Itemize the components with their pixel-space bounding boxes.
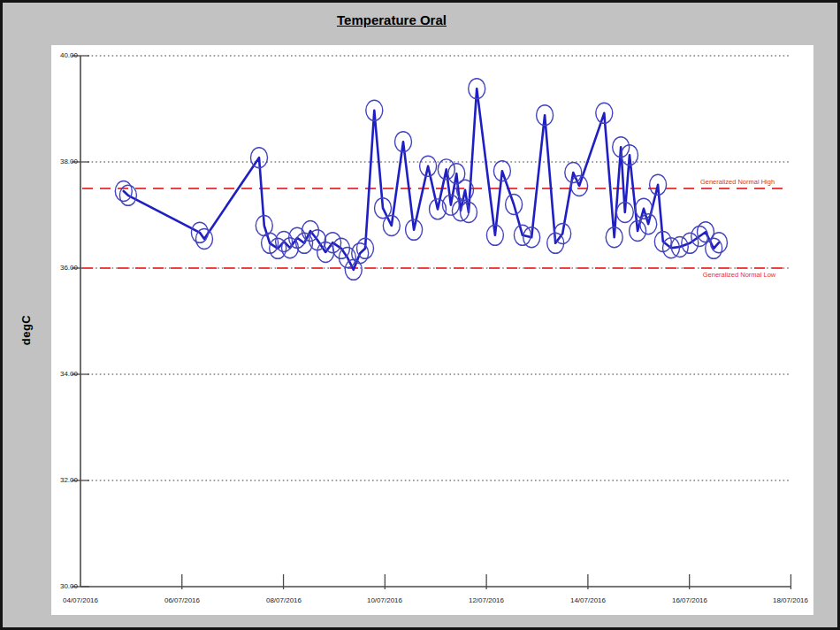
y-tick-label: 38.00 xyxy=(42,158,78,166)
x-tick-label: 14/07/2016 xyxy=(556,596,620,605)
x-tick-label: 10/07/2016 xyxy=(353,596,416,605)
data-polyline xyxy=(124,88,719,270)
y-tick-label: 32.00 xyxy=(42,476,78,485)
y-tick-label: 40.00 xyxy=(42,51,78,60)
chart-window: Temperature Oral degC 40.00 38.00 36.00 … xyxy=(0,0,840,630)
normal-high-label: Generalized Normal High xyxy=(698,178,777,186)
normal-low-label: Generalized Normal Low xyxy=(699,271,779,279)
x-tick-label: 12/07/2016 xyxy=(454,596,518,605)
y-tick-label: 34.00 xyxy=(42,370,78,379)
x-tick-label: 18/07/2016 xyxy=(759,596,822,605)
x-tick-label: 16/07/2016 xyxy=(658,596,722,605)
page-title: Temperature Oral xyxy=(3,12,781,27)
x-tick-label: 06/07/2016 xyxy=(150,596,214,605)
x-tick-label: 08/07/2016 xyxy=(252,596,316,605)
x-tick-label: 04/07/2016 xyxy=(49,596,112,605)
y-axis-unit-label: degC xyxy=(19,297,34,363)
temperature-plot xyxy=(51,45,813,615)
y-tick-label: 36.00 xyxy=(42,264,78,273)
y-tick-label: 30.00 xyxy=(42,582,78,591)
